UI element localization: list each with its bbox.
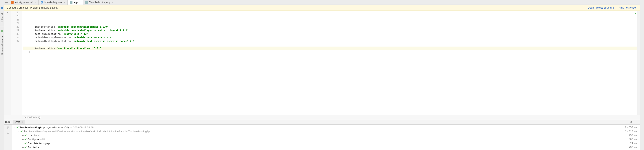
build-toolbar (4, 125, 12, 150)
build-row-timing: 438 ms (629, 146, 638, 149)
build-tree-row[interactable]: ▶✔Run tasks438 ms (14, 145, 638, 149)
close-icon[interactable]: × (21, 121, 23, 123)
build-tree[interactable]: ▼✔TroubleshootingApp: synced successfull… (12, 125, 640, 150)
svg-rect-3 (0, 31, 2, 32)
build-header: Build: Sync × — (4, 119, 640, 125)
build-row-timing: 1 s 618 ms (625, 130, 638, 133)
tab-label: TroubleshootingApp (89, 1, 110, 4)
editor-error-stripe (637, 11, 640, 115)
svg-rect-0 (0, 7, 3, 9)
svg-text:C: C (41, 1, 43, 3)
close-icon[interactable]: × (112, 1, 114, 3)
svg-rect-2 (2, 30, 3, 31)
check-icon: ✔ (20, 130, 23, 133)
notification-bar: Configure project in Project Structure d… (4, 5, 640, 11)
close-icon[interactable]: × (63, 1, 65, 3)
gradle-icon (70, 1, 72, 4)
code-line[interactable]: androidTestImplementation 'androidx.test… (23, 39, 637, 43)
check-icon: ✔ (24, 146, 27, 149)
svg-rect-4 (2, 31, 3, 32)
code-line[interactable]: implementation 'androidx.appcompat:appco… (23, 25, 637, 29)
ide-left-sidebar: — 1: Project Resource Manager (0, 0, 4, 150)
check-icon: ✔ (24, 138, 27, 141)
chevron-down-icon[interactable]: ▼ (18, 130, 20, 133)
build-tree-row[interactable]: ▶✔Load build258 ms (14, 133, 638, 137)
code-line[interactable]: androidTestImplementation 'androidx.test… (23, 36, 637, 39)
build-row-timing: 2 s 353 ms (625, 126, 638, 129)
build-row-text: TroubleshootingApp: synced successfully … (20, 126, 625, 129)
fold-chevron-icon[interactable]: ▼ (6, 11, 8, 14)
chevron-down-icon[interactable]: ▼ (14, 126, 16, 129)
main-area: — activity_main.xml × C MainActivity.jav… (4, 0, 640, 150)
check-icon: ✔ (24, 134, 27, 137)
line-number: 24 (11, 11, 19, 14)
tab-label: app (74, 1, 78, 4)
build-row-text: Configure build (28, 138, 629, 141)
notification-message: Configure project in Project Structure d… (7, 6, 583, 9)
build-row-text: Load build (28, 134, 629, 137)
tab-troubleshootingapp[interactable]: TroubleshootingApp × (83, 0, 116, 4)
sidebar-project-label[interactable]: 1: Project (1, 11, 3, 24)
build-tree-row[interactable]: ▼✔Run build /Users/saylee.joshi/Desktop/… (14, 129, 638, 133)
resource-manager-icon[interactable] (0, 30, 4, 32)
tab-label: MainActivity.java (44, 1, 62, 4)
check-icon: ✔ (24, 142, 27, 145)
tab-mainactivity[interactable]: C MainActivity.java × (38, 0, 68, 4)
code-line[interactable]: testImplementation 'junit:junit:4.12' (23, 32, 637, 36)
close-icon[interactable]: × (79, 1, 81, 3)
build-tree-row[interactable]: ▼✔TroubleshootingApp: synced successfull… (14, 125, 638, 129)
collapse-icon[interactable]: — (4, 0, 8, 4)
breadcrumb-text[interactable]: dependencies{} (24, 116, 40, 119)
line-number: 27 (11, 21, 19, 25)
code-editor[interactable]: ▼ 242526272829303132 ✔ implementation 'a… (4, 11, 640, 115)
ide-right-sidebar (640, 0, 644, 150)
gear-icon[interactable] (629, 120, 633, 124)
build-row-timing: 880 ms (629, 138, 638, 141)
close-icon[interactable]: × (34, 1, 36, 3)
build-row-text: Run tasks (28, 146, 629, 149)
sidebar-resource-label[interactable]: Resource Manager (1, 34, 3, 56)
check-icon: ✔ (16, 126, 19, 129)
divider (0, 27, 4, 27)
minimize-icon[interactable]: — (0, 1, 4, 5)
svg-rect-9 (85, 1, 88, 4)
hide-notification-link[interactable]: Hide notification (619, 6, 638, 9)
build-body: ▼✔TroubleshootingApp: synced successfull… (4, 125, 640, 150)
tab-app[interactable]: app × (68, 0, 83, 4)
pin-icon[interactable] (6, 131, 10, 135)
build-row-text: Run build /Users/saylee.joshi/Desktop/wo… (24, 130, 625, 133)
line-number: 28 (11, 25, 19, 29)
svg-rect-1 (0, 30, 2, 31)
chevron-right-icon[interactable]: ▶ (22, 138, 24, 141)
code-line[interactable]: implementation 'androidx.constraintlayou… (23, 29, 637, 32)
xml-file-icon (11, 1, 14, 4)
build-sync-tab[interactable]: Sync × (13, 120, 25, 124)
build-row-text: Calculate task graph (28, 142, 630, 145)
breadcrumb-bar: dependencies{} (4, 115, 640, 119)
tab-label: activity_main.xml (15, 1, 33, 4)
svg-point-10 (630, 121, 632, 122)
build-label: Build: (5, 121, 11, 123)
build-tree-row[interactable]: ✔Calculate task graph24 ms (14, 141, 638, 145)
chevron-right-icon[interactable]: ▶ (22, 134, 24, 137)
gradle-icon (85, 1, 88, 4)
build-row-timing: 258 ms (629, 134, 638, 137)
build-tree-row[interactable]: ▶✔Configure build880 ms (14, 137, 638, 141)
code-line[interactable]: implementation 'com.iterable:iterableapi… (23, 47, 637, 50)
chevron-right-icon[interactable]: ▶ (22, 146, 24, 149)
filter-icon[interactable] (6, 125, 10, 129)
build-row-timing: 24 ms (630, 142, 638, 145)
line-number: 32 (11, 39, 19, 43)
code-line[interactable] (23, 54, 637, 57)
tab-activity-main[interactable]: activity_main.xml × (9, 0, 38, 4)
line-number: 26 (11, 18, 19, 21)
code-line[interactable] (23, 43, 637, 47)
minimize-icon[interactable]: — (636, 120, 640, 124)
open-project-structure-link[interactable]: Open Project Structure (588, 6, 614, 9)
project-tool-icon[interactable] (0, 7, 4, 9)
build-tab-label: Sync (15, 121, 20, 123)
code-area[interactable]: ✔ implementation 'androidx.appcompat:app… (22, 11, 637, 115)
code-line[interactable]: } (23, 50, 637, 54)
java-class-icon: C (40, 1, 43, 4)
svg-rect-8 (70, 1, 72, 4)
